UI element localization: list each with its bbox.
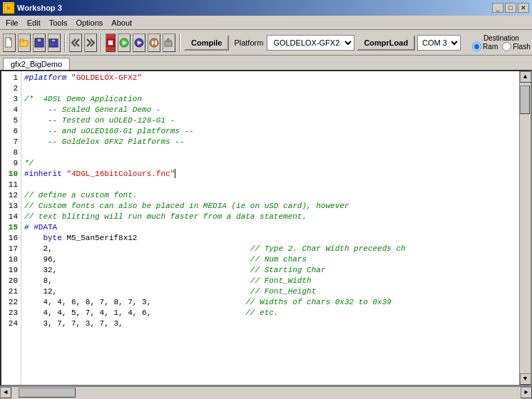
code-line-14: // text blitting will run much faster fr… xyxy=(24,212,516,222)
ram-radio[interactable] xyxy=(472,42,481,51)
line-number-9: 9 xyxy=(4,158,18,169)
separator-2 xyxy=(101,33,102,52)
destination-radios: Ram Flash xyxy=(472,42,531,51)
scroll-right-button[interactable]: ► xyxy=(521,387,532,398)
svg-rect-10 xyxy=(108,41,113,45)
line-number-8: 8 xyxy=(4,147,18,158)
window-title: Workshop 3 xyxy=(17,4,62,12)
run-button[interactable] xyxy=(118,33,131,52)
destination-label: Destination xyxy=(472,34,531,42)
scroll-track-vertical[interactable] xyxy=(520,83,531,373)
menu-tools[interactable]: Tools xyxy=(45,17,72,28)
step-button[interactable] xyxy=(148,33,160,52)
menu-about[interactable]: About xyxy=(107,17,136,28)
line-number-22: 22 xyxy=(4,297,18,308)
code-line-21: 12, // Font_Height xyxy=(24,286,516,297)
destination-group: Destination Ram Flash xyxy=(472,34,531,51)
flash-option[interactable]: Flash xyxy=(502,42,530,51)
code-line-3: /* 4DSL Demo Application xyxy=(24,94,516,105)
line-number-16: 16 xyxy=(4,233,18,244)
line-number-11: 11 xyxy=(4,180,18,190)
code-line-5: -- Tested on uOLED-128-G1 - xyxy=(24,115,516,126)
toolbar: Compile Platform GOLDELOX-GFX2 ComprLoad… xyxy=(0,30,532,56)
line-number-2: 2 xyxy=(4,83,18,94)
separator-3 xyxy=(179,33,180,52)
open-button[interactable] xyxy=(18,33,31,52)
line-number-5: 5 xyxy=(4,115,18,126)
code-line-20: 8, // Font_Width xyxy=(24,276,516,286)
line-number-18: 18 xyxy=(4,254,18,265)
line-number-7: 7 xyxy=(4,137,18,147)
title-bar-buttons: _ □ ✕ xyxy=(492,3,529,13)
svg-rect-4 xyxy=(20,39,24,41)
code-line-1: #platform "GOLDELOX-GFX2" xyxy=(24,73,516,83)
back-button[interactable] xyxy=(69,33,82,52)
code-line-23: 4, 4, 5, 7, 4, 1, 4, 6, // etc. xyxy=(24,308,516,318)
line-number-19: 19 xyxy=(4,265,18,276)
compile-button[interactable]: Compile xyxy=(184,35,229,51)
code-line-10: #inherit "4DGL_16bitColours.fnc" xyxy=(24,169,516,180)
scroll-track-horizontal[interactable] xyxy=(11,387,521,398)
code-line-15: # #DATA xyxy=(24,222,516,233)
line-number-17: 17 xyxy=(4,244,18,254)
title-bar: W Workshop 3 _ □ ✕ xyxy=(0,0,532,16)
app-icon: W xyxy=(3,2,14,14)
scroll-left-button[interactable]: ◄ xyxy=(0,387,11,398)
code-line-17: 2, // Type 2. Char Width preceeds ch xyxy=(24,244,516,254)
forward-button[interactable] xyxy=(84,33,97,52)
flash-radio[interactable] xyxy=(502,42,511,51)
comprload-button[interactable]: ComprLoad xyxy=(357,35,415,51)
stop-button[interactable] xyxy=(106,33,116,52)
scroll-down-button[interactable]: ▼ xyxy=(520,373,531,385)
code-editor[interactable]: #platform "GOLDELOX-GFX2" /* 4DSL Demo A… xyxy=(21,71,519,385)
ram-label: Ram xyxy=(483,43,498,51)
ram-option[interactable]: Ram xyxy=(472,42,498,51)
svg-text:W: W xyxy=(6,5,11,12)
scrollbar-horizontal-container: ◄ ► xyxy=(0,386,532,398)
code-line-18: 96, // Num chars xyxy=(24,254,516,265)
menu-options[interactable]: Options xyxy=(71,17,107,28)
scroll-thumb-horizontal[interactable] xyxy=(19,388,76,398)
minimize-button[interactable]: _ xyxy=(492,3,503,13)
code-line-22: 4, 4, 6, 8, 7, 8, 7, 3, // Widths of cha… xyxy=(24,297,516,308)
code-line-13: // Custom fonts can also be placed in ME… xyxy=(24,201,516,212)
maximize-button[interactable]: □ xyxy=(505,3,516,13)
code-line-9: */ xyxy=(24,158,516,169)
scrollbar-vertical[interactable]: ▲ ▼ xyxy=(519,71,531,385)
line-number-3: 3 xyxy=(4,94,18,105)
new-button[interactable] xyxy=(3,33,16,52)
menu-file[interactable]: File xyxy=(1,17,23,28)
line-number-6: 6 xyxy=(4,126,18,137)
close-button[interactable]: ✕ xyxy=(518,3,529,13)
line-number-23: 23 xyxy=(4,308,18,318)
line-number-15: 15 xyxy=(4,222,18,233)
line-number-4: 4 xyxy=(4,105,18,115)
svg-rect-18 xyxy=(165,41,172,46)
com-select[interactable]: COM 3 xyxy=(417,35,461,51)
code-line-11 xyxy=(24,180,516,190)
svg-rect-6 xyxy=(37,38,41,42)
line-number-14: 14 xyxy=(4,212,18,222)
code-line-4: -- Scaled General Demo - xyxy=(24,105,516,115)
code-line-2 xyxy=(24,83,516,94)
code-line-8 xyxy=(24,147,516,158)
menu-bar: File Edit Tools Options About xyxy=(0,16,532,30)
code-line-6: -- and uOLED160-G1 platforms -- xyxy=(24,126,516,137)
tab-bar: gfx2_BigDemo xyxy=(0,56,532,70)
title-bar-left: W Workshop 3 xyxy=(3,2,62,14)
tab-gfx2-bigdemo[interactable]: gfx2_BigDemo xyxy=(3,58,70,70)
code-line-7: -- Goldelox GFX2 Platforms -- xyxy=(24,137,516,147)
platform-select[interactable]: GOLDELOX-GFX2 xyxy=(267,35,354,51)
scroll-thumb-vertical[interactable] xyxy=(520,86,530,114)
flash-label: Flash xyxy=(513,43,530,51)
scroll-up-button[interactable]: ▲ xyxy=(520,71,531,83)
build-button[interactable] xyxy=(163,33,175,52)
save-all-button[interactable] xyxy=(48,33,61,52)
debug-button[interactable] xyxy=(133,33,145,52)
save-button[interactable] xyxy=(33,33,46,52)
menu-edit[interactable]: Edit xyxy=(23,17,45,28)
editor-container: 123456789101112131415161718192021222324 … xyxy=(0,70,532,386)
code-line-16: byte M5_5an5erif8x12 xyxy=(24,233,516,244)
svg-rect-8 xyxy=(51,39,56,42)
code-line-12: // define a custom font. xyxy=(24,190,516,201)
